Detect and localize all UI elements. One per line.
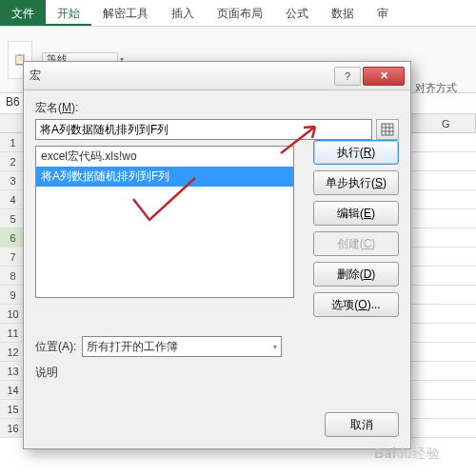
macro-name-input[interactable] bbox=[35, 119, 372, 140]
edit-button[interactable]: 编辑(E) bbox=[313, 201, 399, 226]
grid-icon bbox=[381, 123, 394, 136]
tab-formula[interactable]: 公式 bbox=[274, 0, 320, 26]
close-button[interactable]: ✕ bbox=[363, 67, 405, 86]
tab-insert[interactable]: 插入 bbox=[160, 0, 206, 26]
close-icon: ✕ bbox=[380, 69, 388, 82]
dialog-titlebar[interactable]: 宏 ? ✕ bbox=[24, 62, 410, 90]
cancel-button[interactable]: 取消 bbox=[325, 412, 399, 437]
watermark: Baidu经验 bbox=[374, 446, 440, 463]
list-item[interactable]: excel宏代码.xls!wo bbox=[36, 147, 293, 167]
chevron-down-icon: ▾ bbox=[273, 343, 277, 351]
location-select[interactable]: 所有打开的工作簿 ▾ bbox=[82, 336, 282, 357]
column-header[interactable]: G bbox=[416, 114, 476, 132]
dialog-title: 宏 bbox=[30, 68, 332, 84]
ribbon-tabs: 文件 开始 解密工具 插入 页面布局 公式 数据 审 bbox=[0, 0, 476, 27]
tab-layout[interactable]: 页面布局 bbox=[206, 0, 274, 26]
options-button[interactable]: 选项(O)... bbox=[313, 292, 399, 317]
tab-home[interactable]: 开始 bbox=[46, 0, 91, 26]
step-button[interactable]: 单步执行(S) bbox=[313, 170, 399, 195]
delete-button[interactable]: 删除(D) bbox=[313, 262, 399, 287]
tab-file[interactable]: 文件 bbox=[0, 0, 46, 26]
macro-dialog: 宏 ? ✕ 宏名(M): excel宏代码.xls!wo将A列数据随机排列到F列… bbox=[23, 61, 411, 449]
list-item[interactable]: 将A列数据随机排列到F列 bbox=[36, 167, 293, 187]
description-label: 说明 bbox=[35, 365, 399, 381]
tab-decrypt[interactable]: 解密工具 bbox=[91, 0, 160, 26]
ribbon-group-alignment: 对齐方式 bbox=[415, 81, 457, 95]
range-picker-button[interactable] bbox=[376, 119, 399, 140]
tab-review[interactable]: 审 bbox=[366, 0, 400, 26]
help-button[interactable]: ? bbox=[334, 67, 361, 86]
macro-name-label: 宏名(M): bbox=[35, 100, 399, 116]
run-button[interactable]: 执行(R) bbox=[313, 140, 399, 165]
create-button: 创建(C) bbox=[313, 231, 399, 256]
macro-listbox[interactable]: excel宏代码.xls!wo将A列数据随机排列到F列 bbox=[35, 146, 294, 298]
tab-data[interactable]: 数据 bbox=[320, 0, 366, 26]
location-label: 位置(A): bbox=[35, 339, 76, 355]
svg-rect-0 bbox=[382, 124, 393, 135]
